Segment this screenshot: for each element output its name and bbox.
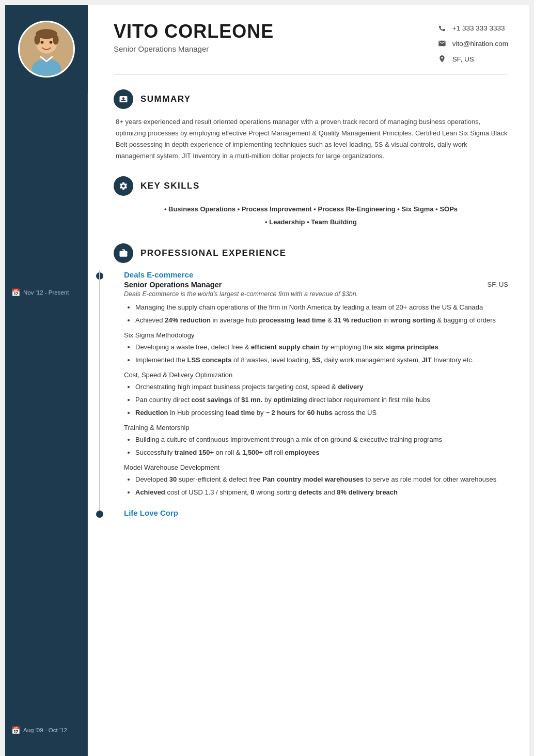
bullet-item: Pan country direct cost savings of $1 mn… (135, 394, 508, 405)
bullet-list-1-3: Building a culture of continuous improve… (124, 434, 508, 458)
phone-number: +1 333 333 3333 (452, 24, 505, 32)
date-range-2: 📅 Aug '09 - Oct '12 (5, 726, 85, 734)
experience-entry-2: Life Love Corp (114, 508, 508, 517)
bullet-item: Achieved cost of USD 1.3 / shipment, 0 w… (135, 487, 508, 498)
resume-wrapper: 📅 Nov '12 - Present 📅 Aug '09 - Oct '12 … (5, 5, 529, 756)
location-text: SF, US (452, 55, 474, 63)
email-address: vito@hiration.com (452, 40, 508, 48)
sub-heading-cost: Cost, Speed & Delivery Optimization (124, 371, 508, 379)
timeline-dot-entry-2 (96, 511, 103, 518)
profile-photo (18, 21, 75, 78)
header-section: VITO CORLEONE Senior Operations Manager … (114, 21, 508, 75)
candidate-name: VITO CORLEONE (114, 21, 274, 42)
summary-header: SUMMARY (114, 89, 508, 109)
id-card-icon (119, 95, 128, 104)
sub-heading-six-sigma: Six Sigma Methodology (124, 331, 508, 339)
sub-heading-warehouse: Model Warehouse Development (124, 464, 508, 471)
job-title-row-1: Senior Operations Manager SF, US (124, 281, 508, 289)
bullet-list-1-0: Managing the supply chain operations of … (124, 302, 508, 326)
skills-text: • Business Operations • Process Improvem… (114, 203, 508, 228)
summary-title: SUMMARY (140, 94, 191, 104)
bullet-item: Developing a waste free, defect free & e… (135, 342, 508, 352)
bullet-item: Implemented the LSS concepts of 8 wastes… (135, 354, 508, 365)
header-left: VITO CORLEONE Senior Operations Manager (114, 21, 274, 53)
date-text-2: Aug '09 - Oct '12 (23, 727, 67, 733)
skills-section: KEY SKILLS • Business Operations • Proce… (114, 176, 508, 228)
job-title-1: Senior Operations Manager (124, 281, 222, 289)
sub-heading-training: Training & Mentorship (124, 424, 508, 431)
experience-header: PROFESSIONAL EXPERIENCE (114, 243, 508, 263)
phone-contact: +1 333 333 3333 (437, 23, 508, 33)
calendar-icon-2: 📅 (11, 726, 20, 734)
bullet-item: Building a culture of continuous improve… (135, 434, 508, 445)
main-content: VITO CORLEONE Senior Operations Manager … (88, 5, 529, 756)
date-text-1: Nov '12 - Present (23, 289, 69, 296)
bullet-item: Orchestrating high impact business proje… (135, 381, 508, 392)
calendar-icon-1: 📅 (11, 288, 20, 297)
phone-icon (437, 23, 447, 33)
gear-icon (119, 181, 128, 191)
experience-section: PROFESSIONAL EXPERIENCE Deals E-commerce… (114, 243, 508, 517)
bullet-item: Developed 30 super-efficient & defect fr… (135, 474, 508, 485)
job-description-1: Deals E-commerce is the world's largest … (124, 290, 508, 298)
summary-text: 8+ years experienced and result oriented… (114, 116, 508, 162)
experience-icon-circle (114, 243, 133, 263)
skills-title: KEY SKILLS (140, 181, 200, 191)
timeline-vline-1 (99, 270, 100, 514)
svg-point-4 (34, 35, 40, 45)
summary-icon-circle (114, 89, 133, 109)
header-right: +1 333 333 3333 vito@hiration.com SF, US (437, 21, 508, 64)
experience-entry-1: Deals E-commerce Senior Operations Manag… (114, 270, 508, 498)
bullet-list-1-2: Orchestrating high impact business proje… (124, 381, 508, 419)
skills-icon-circle (114, 176, 133, 196)
bullet-item: Achieved 24% reduction in average hub pr… (135, 315, 508, 326)
sidebar: 📅 Nov '12 - Present 📅 Aug '09 - Oct '12 (5, 5, 88, 756)
email-icon (437, 38, 447, 49)
bullet-item: Reduction in Hub processing lead time by… (135, 407, 508, 418)
candidate-title: Senior Operations Manager (114, 44, 274, 53)
email-contact: vito@hiration.com (437, 38, 508, 49)
location-contact: SF, US (437, 54, 508, 64)
experience-title: PROFESSIONAL EXPERIENCE (140, 248, 287, 258)
company-name-1: Deals E-commerce (124, 270, 508, 279)
bullet-item: Successfully trained 150+ on roll & 1,50… (135, 447, 508, 458)
svg-point-6 (41, 41, 44, 44)
location-icon (437, 54, 447, 64)
avatar-svg (20, 22, 73, 76)
job-location-1: SF, US (488, 281, 508, 288)
bullet-list-1-4: Developed 30 super-efficient & defect fr… (124, 474, 508, 498)
summary-section: SUMMARY 8+ years experienced and result … (114, 89, 508, 162)
bullet-list-1-1: Developing a waste free, defect free & e… (124, 342, 508, 366)
skills-header: KEY SKILLS (114, 176, 508, 196)
svg-point-5 (53, 35, 58, 45)
company-name-2: Life Love Corp (124, 508, 508, 517)
bullet-item: Managing the supply chain operations of … (135, 302, 508, 313)
briefcase-icon (119, 249, 128, 258)
svg-point-7 (50, 41, 53, 44)
date-range-1: 📅 Nov '12 - Present (5, 288, 85, 297)
